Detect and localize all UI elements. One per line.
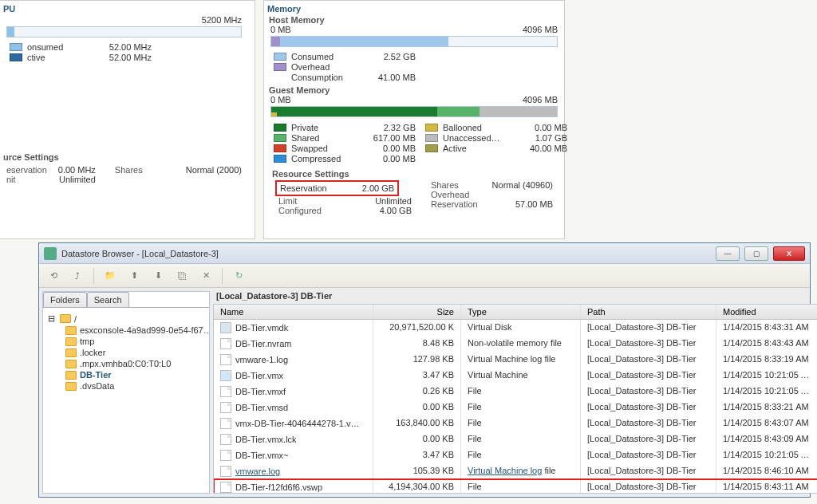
table-row[interactable]: DB-Tier.vmxf0.26 KBFile[Local_Datastore-… bbox=[214, 384, 817, 400]
file-icon bbox=[220, 466, 231, 477]
memory-panel: Memory Host Memory 0 MB4096 MB Consumed … bbox=[263, 0, 565, 239]
cpu-active-val: 52.00 MHz bbox=[96, 53, 152, 62]
mem-title: Memory bbox=[267, 4, 564, 14]
col-name[interactable]: Name bbox=[214, 305, 373, 319]
tab-folders[interactable]: Folders bbox=[43, 292, 87, 307]
copy-icon[interactable]: ⿻ bbox=[174, 268, 190, 284]
nav-back-icon[interactable]: ⟲ bbox=[45, 268, 61, 284]
table-row[interactable]: DB-Tier.vmx.lck0.00 KBFile[Local_Datasto… bbox=[214, 431, 817, 447]
cpu-limit-val: Unlimited bbox=[58, 175, 96, 184]
tab-search[interactable]: Search bbox=[87, 292, 129, 307]
file-icon bbox=[220, 434, 231, 445]
tree-item[interactable]: tmp bbox=[48, 336, 204, 347]
file-icon bbox=[220, 402, 231, 413]
file-link[interactable]: vmware.log bbox=[235, 467, 280, 476]
folder-tree[interactable]: ⊟/esxconsole-4a9ad999-0e54-f67…tmp.locke… bbox=[43, 307, 209, 493]
toolbar: ⟲ ⤴ 📁 ⬆ ⬇ ⿻ ✕ ↻ bbox=[39, 264, 810, 288]
file-table[interactable]: Name Size Type Path Modified DB-Tier.vmd… bbox=[213, 304, 817, 494]
guest-mem-title: Guest Memory bbox=[269, 85, 564, 95]
cpu-active-label: ctive bbox=[27, 53, 91, 62]
cpu-rs-title: urce Settings bbox=[3, 152, 248, 162]
guest-mem-bar bbox=[270, 106, 558, 117]
close-button[interactable]: X bbox=[773, 246, 805, 261]
folder-icon bbox=[65, 337, 77, 346]
cpu-bar-consumed bbox=[7, 27, 14, 37]
folder-icon bbox=[60, 314, 71, 323]
tree-item[interactable]: ⊟/ bbox=[48, 313, 204, 325]
cpu-res-val: 0.00 MHz bbox=[58, 165, 96, 175]
folder-icon bbox=[65, 326, 77, 335]
mem-rs-title: Resource Settings bbox=[272, 169, 564, 179]
balloon-swatch bbox=[425, 124, 438, 132]
file-icon bbox=[220, 450, 231, 461]
cpu-limit-label: nit bbox=[6, 175, 47, 184]
files-pane: [Local_Datastore-3] DB-Tier Name Size Ty… bbox=[213, 291, 817, 494]
col-size[interactable]: Size bbox=[373, 305, 461, 319]
cpu-consumed-swatch bbox=[10, 43, 22, 51]
tree-item[interactable]: esxconsole-4a9ad999-0e54-f67… bbox=[48, 325, 204, 336]
table-row[interactable]: vmx-DB-Tier-4046444278-1.v…163,840.00 KB… bbox=[214, 415, 817, 431]
folder-icon bbox=[65, 382, 77, 391]
table-row[interactable]: vmware-1.log127.98 KBVirtual Machine log… bbox=[214, 352, 817, 368]
datastore-browser-window: Datastore Browser - [Local_Datastore-3] … bbox=[38, 242, 811, 498]
folder-icon bbox=[65, 371, 77, 380]
mem-consumed-swatch bbox=[274, 53, 286, 61]
tree-item[interactable]: DB-Tier bbox=[48, 369, 204, 380]
file-icon bbox=[220, 338, 231, 349]
private-swatch bbox=[274, 124, 286, 132]
cpu-consumed-label: onsumed bbox=[27, 42, 91, 52]
file-icon bbox=[220, 354, 231, 365]
window-title: Datastore Browser - [Local_Datastore-3] bbox=[61, 249, 219, 258]
cpu-active-swatch bbox=[10, 53, 22, 61]
table-row[interactable]: DB-Tier.nvram8.48 KBNon-volatile memory … bbox=[214, 336, 817, 352]
file-icon bbox=[220, 322, 231, 333]
file-icon bbox=[220, 418, 231, 429]
cpu-shares-label: Shares bbox=[115, 165, 143, 175]
folder-icon bbox=[65, 348, 77, 357]
table-row[interactable]: vmware.log105.39 KBVirtual Machine log f… bbox=[214, 463, 817, 479]
cpu-consumed-val: 52.00 MHz bbox=[96, 42, 152, 52]
table-header: Name Size Type Path Modified bbox=[214, 305, 817, 320]
col-modified[interactable]: Modified bbox=[716, 305, 817, 319]
table-row[interactable]: DB-Tier-f12fd6f6.vswp4,194,304.00 KBFile… bbox=[214, 479, 817, 494]
new-folder-icon[interactable]: 📁 bbox=[102, 268, 118, 284]
window-titlebar[interactable]: Datastore Browser - [Local_Datastore-3] … bbox=[39, 243, 810, 264]
minimize-button[interactable]: — bbox=[716, 246, 740, 261]
folders-pane: Folders Search ⊟/esxconsole-4a9ad999-0e5… bbox=[42, 291, 210, 494]
table-row[interactable]: DB-Tier.vmdk20,971,520.00 KVirtual Disk[… bbox=[214, 320, 817, 336]
delete-icon[interactable]: ✕ bbox=[198, 268, 214, 284]
tree-item[interactable]: .locker bbox=[48, 347, 204, 358]
file-icon bbox=[220, 482, 231, 493]
col-type[interactable]: Type bbox=[461, 305, 581, 319]
cpu-panel: PU 5200 MHz onsumed 52.00 MHz ctive 52.0… bbox=[0, 0, 255, 239]
cpu-res-label: eservation bbox=[6, 165, 47, 175]
unaccessed-swatch bbox=[425, 134, 438, 142]
maximize-button[interactable]: ▢ bbox=[744, 246, 768, 261]
app-icon bbox=[44, 247, 57, 260]
host-mem-bar bbox=[270, 36, 558, 47]
reservation-highlight: Reservation 2.00 GB bbox=[275, 180, 399, 196]
shared-swatch bbox=[274, 134, 286, 142]
swapped-swatch bbox=[274, 144, 286, 152]
table-row[interactable]: DB-Tier.vmx3.47 KBVirtual Machine[Local_… bbox=[214, 368, 817, 384]
cpu-shares-val: Normal (2000) bbox=[186, 165, 242, 175]
table-row[interactable]: DB-Tier.vmsd0.00 KBFile[Local_Datastore-… bbox=[214, 400, 817, 415]
tree-item[interactable]: .dvsData bbox=[48, 380, 204, 392]
folder-icon bbox=[65, 360, 77, 368]
compressed-swatch bbox=[274, 155, 286, 163]
mem-overhead-swatch bbox=[274, 63, 286, 71]
file-icon bbox=[220, 386, 231, 397]
path-bar: [Local_Datastore-3] DB-Tier bbox=[213, 291, 817, 304]
tree-item[interactable]: .mpx.vmhba0:C0:T0:L0 bbox=[48, 358, 204, 369]
file-icon bbox=[220, 370, 231, 381]
upload-icon[interactable]: ⬆ bbox=[126, 268, 142, 284]
nav-up-icon[interactable]: ⤴ bbox=[69, 268, 85, 284]
host-mem-title: Host Memory bbox=[269, 15, 564, 25]
cpu-title: PU bbox=[3, 4, 248, 14]
cpu-max: 5200 MHz bbox=[202, 15, 242, 25]
active-swatch bbox=[425, 144, 438, 152]
table-row[interactable]: DB-Tier.vmx~3.47 KBFile[Local_Datastore-… bbox=[214, 447, 817, 463]
refresh-icon[interactable]: ↻ bbox=[231, 268, 247, 284]
download-icon[interactable]: ⬇ bbox=[150, 268, 166, 284]
col-path[interactable]: Path bbox=[581, 305, 716, 319]
